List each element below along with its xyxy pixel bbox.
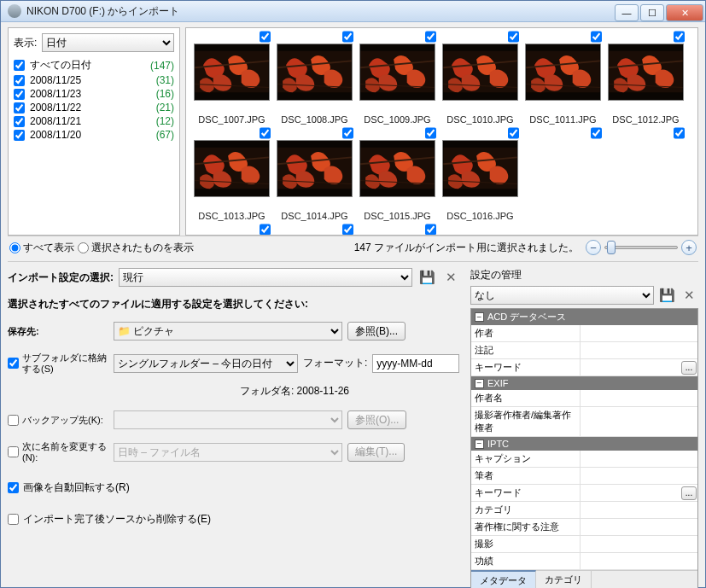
tab-metadata[interactable]: メタデータ (471, 570, 536, 588)
delete-settings-button[interactable]: ✕ (441, 268, 460, 287)
thumbnail-checkbox[interactable] (260, 30, 271, 44)
radio-show-selected[interactable]: 選択されたものを表示 (78, 241, 194, 255)
thumbnail-item[interactable]: DSC_1013.JPG (191, 126, 272, 221)
status-row: すべて表示 選択されたものを表示 147 ファイルがインポート用に選択されました… (8, 236, 698, 259)
meta-section-iptc[interactable]: −IPTC (471, 437, 697, 451)
date-list: すべての日付(147)2008/11/25(31)2008/11/23(16)2… (14, 57, 174, 142)
thumbnail-checkbox[interactable] (342, 126, 353, 140)
date-row[interactable]: 2008/11/22(21) (14, 101, 174, 114)
display-select[interactable]: 日付 (42, 33, 174, 52)
thumbnail-filename: DSC_1016.JPG (446, 211, 513, 221)
backup-browse-button: 参照(O)... (347, 410, 406, 429)
settings-mgmt-label: 設定の管理 (470, 268, 698, 282)
thumbnail-image[interactable] (194, 140, 270, 197)
meta-section-exif[interactable]: −EXIF (471, 376, 697, 390)
thumbnail-item[interactable]: DSC_1012.JPG (605, 30, 686, 125)
thumbnail-filename: DSC_1013.JPG (198, 211, 265, 221)
thumbnail-image[interactable] (277, 140, 353, 197)
format-input[interactable] (372, 354, 459, 373)
radio-show-all[interactable]: すべて表示 (9, 241, 74, 255)
delete-after-label: インポート完了後ソースから削除する(E) (23, 512, 211, 527)
date-row[interactable]: 2008/11/21(12) (14, 114, 174, 128)
dest-select[interactable]: 📁 ピクチャ (114, 322, 342, 341)
settings-mgmt-save-button[interactable]: 💾 (657, 286, 676, 305)
backup-select (114, 410, 342, 429)
minimize-button[interactable]: — (615, 4, 639, 21)
rename-label: 次に名前を変更する(N): (22, 441, 108, 463)
thumbnail-checkbox[interactable] (425, 126, 436, 140)
subfolder-label: サブフォルダに格納する(S) (22, 352, 108, 374)
thumbnail-item[interactable]: DSC_1009.JPG (357, 30, 438, 125)
meta-section-acd[interactable]: −ACD データベース (471, 309, 697, 325)
delete-after-checkbox[interactable] (8, 514, 19, 525)
thumbnail-checkbox[interactable] (260, 126, 271, 140)
thumbnail-item[interactable]: DSC_1008.JPG (274, 30, 355, 125)
dest-browse-button[interactable]: 参照(B)... (347, 322, 406, 341)
thumbnail-checkbox[interactable] (508, 126, 519, 140)
thumbnail-checkbox[interactable] (342, 30, 353, 44)
import-dialog: NIKON D700 (F:) からインポート — ☐ ✕ 表示: 日付 すべて… (0, 0, 706, 588)
backup-checkbox[interactable] (8, 415, 19, 426)
zoom-in-button[interactable]: + (681, 240, 697, 255)
tab-category[interactable]: カテゴリ (536, 571, 592, 588)
apply-section-title: 選択されたすべてのファイルに適用する設定を選択してください: (8, 297, 460, 311)
app-icon (8, 4, 21, 18)
date-row[interactable]: 2008/11/25(31) (14, 73, 174, 87)
keyword-browse-button[interactable]: ... (681, 361, 697, 375)
thumbnail-image[interactable] (359, 44, 435, 101)
folder-name-row: フォルダ名: 2008-11-26 (8, 384, 460, 399)
dest-label: 保存先: (8, 326, 39, 337)
thumbnail-panel[interactable]: DSC_1007.JPGDSC_1008.JPGDSC_1009.JPGDSC_… (185, 27, 698, 236)
thumbnail-item[interactable]: DSC_1011.JPG (522, 30, 604, 125)
thumbnail-checkbox[interactable] (674, 30, 685, 44)
thumbnail-item[interactable]: DSC_1010.JPG (440, 30, 521, 125)
import-settings-select[interactable]: 現行 (119, 268, 412, 287)
thumbnail-image[interactable] (442, 140, 518, 197)
thumbnail-checkbox[interactable] (425, 30, 436, 44)
window-title: NIKON D700 (F:) からインポート (26, 4, 615, 19)
thumbnail-checkbox[interactable] (674, 126, 685, 140)
thumbnail-filename: DSC_1010.JPG (446, 114, 513, 125)
thumbnail-checkbox[interactable] (425, 223, 436, 236)
thumbnail-item[interactable]: DSC_1016.JPG (440, 126, 521, 221)
zoom-slider[interactable] (604, 246, 678, 249)
backup-label: バックアップ先(K): (22, 415, 103, 426)
thumbnail-image[interactable] (608, 44, 684, 101)
thumbnail-checkbox[interactable] (591, 126, 602, 140)
thumbnail-item[interactable]: DSC_1014.JPG (274, 126, 355, 221)
rename-select: 日時 – ファイル名 (114, 443, 342, 462)
auto-rotate-checkbox[interactable] (8, 482, 19, 493)
thumbnail-checkbox[interactable] (260, 223, 271, 236)
titlebar: NIKON D700 (F:) からインポート — ☐ ✕ (1, 1, 705, 22)
thumbnail-filename: DSC_1015.JPG (364, 211, 430, 221)
auto-rotate-label: 画像を自動回転する(R) (23, 480, 130, 495)
thumbnail-image[interactable] (277, 44, 353, 101)
thumbnail-checkbox[interactable] (342, 223, 353, 236)
status-message: 147 ファイルがインポート用に選択されました。 (194, 241, 586, 255)
keyword2-browse-button[interactable]: ... (681, 486, 697, 500)
thumbnail-image[interactable] (442, 44, 518, 101)
thumbnail-filename: DSC_1011.JPG (529, 114, 596, 125)
date-row[interactable]: 2008/11/20(67) (14, 128, 174, 142)
thumbnail-image[interactable] (194, 44, 270, 101)
maximize-button[interactable]: ☐ (640, 4, 664, 21)
close-button[interactable]: ✕ (666, 4, 703, 21)
thumbnail-image[interactable] (359, 140, 435, 197)
subfolder-checkbox[interactable] (8, 358, 19, 369)
save-settings-button[interactable]: 💾 (417, 268, 436, 287)
settings-mgmt-delete-button[interactable]: ✕ (680, 286, 698, 305)
settings-mgmt-select[interactable]: なし (470, 286, 654, 305)
thumbnail-checkbox[interactable] (508, 30, 519, 44)
thumbnail-image[interactable] (525, 44, 601, 101)
thumbnail-item[interactable]: DSC_1015.JPG (357, 126, 438, 221)
thumbnail-checkbox[interactable] (591, 30, 602, 44)
date-row[interactable]: すべての日付(147) (14, 57, 174, 73)
subfolder-select[interactable]: シングルフォルダー – 今日の日付 (114, 354, 298, 373)
metadata-box: −ACD データベース 作者 注記 キーワード... −EXIF 作者名 撮影著… (470, 308, 698, 588)
thumbnail-filename: DSC_1007.JPG (198, 114, 265, 125)
date-row[interactable]: 2008/11/23(16) (14, 87, 174, 101)
zoom-out-button[interactable]: − (586, 240, 601, 255)
display-label: 表示: (14, 36, 37, 50)
thumbnail-item[interactable]: DSC_1007.JPG (191, 30, 272, 125)
rename-checkbox[interactable] (8, 446, 19, 457)
